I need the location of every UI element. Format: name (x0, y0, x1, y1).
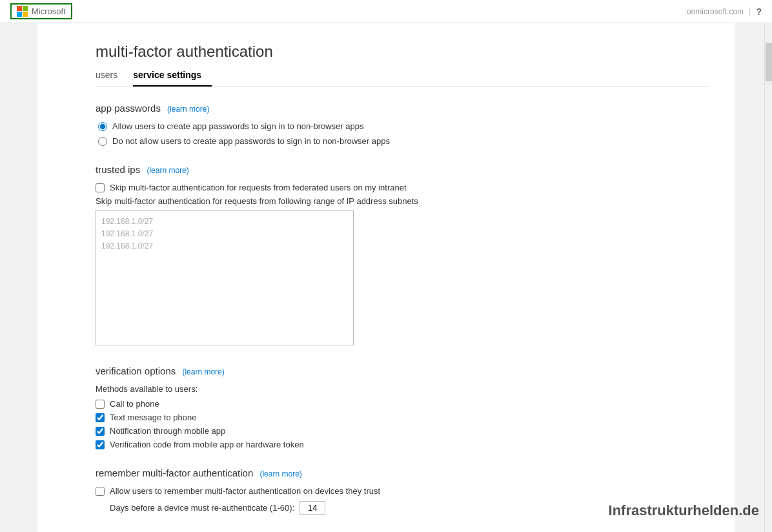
mobile-app-notification-item: Notification through mobile app (96, 426, 709, 436)
call-to-phone-item: Call to phone (96, 399, 709, 409)
methods-label: Methods available to users: (96, 384, 709, 394)
microsoft-label: Microsoft (32, 6, 66, 16)
sq-yellow (23, 12, 28, 17)
trusted-ips-title: trusted ips (learn more) (96, 164, 709, 175)
header: Microsoft .onmicrosoft.com | ? (0, 0, 772, 23)
trusted-ips-section: trusted ips (learn more) Skip multi-fact… (96, 164, 709, 347)
remember-mfa-checkbox[interactable] (96, 487, 105, 496)
header-domain: .onmicrosoft.com (685, 7, 744, 16)
call-to-phone-checkbox[interactable] (96, 400, 105, 409)
verification-options-learn-more[interactable]: (learn more) (182, 367, 224, 376)
remember-mfa-checkbox-item: Allow users to remember multi-factor aut… (96, 486, 709, 496)
header-right: .onmicrosoft.com | ? (685, 6, 762, 17)
tab-users[interactable]: users (96, 67, 128, 87)
mobile-app-code-checkbox[interactable] (96, 440, 105, 449)
sq-blue (17, 12, 22, 17)
header-left: Microsoft (10, 3, 72, 19)
remember-mfa-title: remember multi-factor authentication (le… (96, 467, 709, 478)
subnet-textarea[interactable] (96, 210, 354, 345)
remember-mfa-section: remember multi-factor authentication (le… (96, 467, 709, 515)
radio-disallow-app-passwords[interactable]: Do not allow users to create app passwor… (98, 136, 709, 146)
radio-disallow-input[interactable] (98, 137, 107, 146)
header-divider: | (749, 6, 751, 16)
mobile-app-code-item: Verification code from mobile app or har… (96, 440, 709, 449)
radio-allow-input[interactable] (98, 122, 107, 131)
scrollbar-thumb (766, 43, 772, 81)
app-passwords-learn-more[interactable]: (learn more) (167, 105, 209, 114)
app-passwords-options: Allow users to create app passwords to s… (98, 121, 709, 146)
sq-green (23, 6, 28, 11)
days-row: Days before a device must re-authenticat… (110, 501, 709, 515)
remember-mfa-learn-more[interactable]: (learn more) (259, 469, 301, 478)
radio-allow-app-passwords[interactable]: Allow users to create app passwords to s… (98, 121, 709, 131)
scrollbar[interactable] (764, 23, 772, 532)
tabs: users service settings (96, 67, 709, 87)
verification-options-title: verification options (learn more) (96, 365, 709, 376)
trusted-ips-checkbox[interactable] (96, 183, 105, 192)
ms-squares-icon (17, 6, 28, 17)
mobile-app-notification-checkbox[interactable] (96, 427, 105, 436)
trusted-ips-learn-more[interactable]: (learn more) (147, 166, 188, 175)
tab-service-settings[interactable]: service settings (133, 67, 212, 87)
app-passwords-section: app passwords (learn more) Allow users t… (96, 103, 709, 146)
text-message-checkbox[interactable] (96, 413, 105, 422)
verification-options-section: verification options (learn more) Method… (96, 365, 709, 449)
app-passwords-title: app passwords (learn more) (96, 103, 709, 114)
page-title: multi-factor authentication (96, 43, 709, 61)
text-message-item: Text message to phone (96, 413, 709, 422)
help-icon[interactable]: ? (756, 6, 762, 17)
microsoft-logo: Microsoft (10, 3, 72, 19)
trusted-ips-checkbox-item: Skip multi-factor authentication for req… (96, 183, 709, 192)
subnet-label: Skip multi-factor authentication for req… (96, 196, 709, 206)
sq-red (17, 6, 22, 11)
days-input[interactable] (300, 501, 325, 515)
main-content: multi-factor authentication users servic… (37, 23, 735, 532)
